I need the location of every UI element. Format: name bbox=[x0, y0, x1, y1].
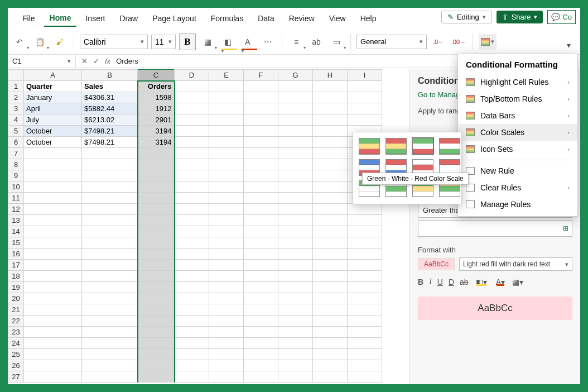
cell-H15[interactable] bbox=[313, 237, 348, 248]
cell-E15[interactable] bbox=[209, 237, 244, 248]
cell-E21[interactable] bbox=[209, 304, 244, 315]
cell-E17[interactable] bbox=[209, 260, 244, 271]
color-scale-swatch-0[interactable] bbox=[359, 138, 380, 155]
cell-G21[interactable] bbox=[278, 304, 313, 315]
cell-H26[interactable] bbox=[313, 360, 348, 371]
cell-I25[interactable] bbox=[348, 349, 382, 360]
column-header-C[interactable]: C bbox=[138, 70, 175, 81]
ribbon-options-button[interactable]: ▾ bbox=[560, 37, 577, 54]
cell-F22[interactable] bbox=[244, 315, 278, 327]
cell-E4[interactable] bbox=[209, 114, 244, 126]
cell-B26[interactable] bbox=[82, 360, 138, 371]
cell-A7[interactable] bbox=[24, 148, 82, 159]
cell-F17[interactable] bbox=[244, 260, 278, 271]
cell-A2[interactable]: January bbox=[24, 92, 82, 103]
cell-E20[interactable] bbox=[209, 293, 244, 304]
cell-A8[interactable] bbox=[24, 159, 82, 170]
cell-E10[interactable] bbox=[209, 181, 244, 193]
cell-A22[interactable] bbox=[24, 315, 82, 327]
cell-A17[interactable] bbox=[24, 260, 82, 271]
tab-view[interactable]: View bbox=[324, 11, 351, 26]
cell-A12[interactable] bbox=[24, 204, 82, 215]
font-color-icon[interactable]: A▾ bbox=[494, 278, 507, 286]
cell-A10[interactable] bbox=[24, 181, 82, 193]
wrap-text-button[interactable]: ab bbox=[308, 34, 325, 50]
cell-C27[interactable] bbox=[138, 371, 175, 383]
cell-I14[interactable] bbox=[348, 226, 382, 237]
cell-B3[interactable]: $5882.44 bbox=[82, 103, 138, 114]
color-scale-swatch-2[interactable] bbox=[412, 138, 433, 155]
cell-F14[interactable] bbox=[244, 226, 278, 237]
row-header-15[interactable]: 15 bbox=[8, 237, 24, 248]
cf-menu-item-data-bars[interactable]: Data Bars› bbox=[458, 107, 577, 124]
cell-C26[interactable] bbox=[138, 360, 175, 371]
tab-review[interactable]: Review bbox=[283, 11, 320, 26]
tab-help[interactable]: Help bbox=[355, 11, 382, 26]
cell-I22[interactable] bbox=[348, 315, 382, 327]
cell-G23[interactable] bbox=[278, 327, 313, 338]
cell-B5[interactable]: $7498.21 bbox=[82, 126, 138, 137]
cell-H25[interactable] bbox=[313, 349, 348, 360]
column-header-I[interactable]: I bbox=[348, 70, 382, 81]
cell-D10[interactable] bbox=[175, 181, 209, 193]
cell-C21[interactable] bbox=[138, 304, 175, 315]
cell-D12[interactable] bbox=[175, 204, 209, 215]
cell-A13[interactable] bbox=[24, 215, 82, 226]
cell-C16[interactable] bbox=[138, 248, 175, 260]
cell-D13[interactable] bbox=[175, 215, 209, 226]
row-header-12[interactable]: 12 bbox=[8, 204, 24, 215]
cell-A9[interactable] bbox=[24, 170, 82, 181]
cell-I17[interactable] bbox=[348, 260, 382, 271]
fill-color-button[interactable]: ◧ bbox=[219, 34, 236, 50]
row-header-1[interactable]: 1 bbox=[8, 81, 24, 92]
cell-B23[interactable] bbox=[82, 327, 138, 338]
cell-G3[interactable] bbox=[278, 103, 313, 114]
font-color-button[interactable]: A bbox=[239, 34, 256, 50]
cell-D20[interactable] bbox=[175, 293, 209, 304]
cell-H16[interactable] bbox=[313, 248, 348, 260]
align-button[interactable]: ≡ bbox=[288, 34, 305, 50]
cf-menu-item-color-scales[interactable]: Color Scales› bbox=[458, 124, 577, 141]
cell-G12[interactable] bbox=[278, 204, 313, 215]
cell-C20[interactable] bbox=[138, 293, 175, 304]
cell-B16[interactable] bbox=[82, 248, 138, 260]
font-size-select[interactable]: 11 ▾ bbox=[151, 35, 176, 49]
cell-A19[interactable] bbox=[24, 282, 82, 293]
cell-B12[interactable] bbox=[82, 204, 138, 215]
cell-H18[interactable] bbox=[313, 271, 348, 282]
increase-decimal-button[interactable]: .00→ bbox=[450, 34, 467, 50]
cell-D23[interactable] bbox=[175, 327, 209, 338]
row-header-11[interactable]: 11 bbox=[8, 193, 24, 204]
cell-C11[interactable] bbox=[138, 193, 175, 204]
row-header-23[interactable]: 23 bbox=[8, 327, 24, 338]
cell-H13[interactable] bbox=[313, 215, 348, 226]
cell-G5[interactable] bbox=[278, 126, 313, 137]
cell-C19[interactable] bbox=[138, 282, 175, 293]
cell-D1[interactable] bbox=[175, 81, 209, 92]
column-header-B[interactable]: B bbox=[82, 70, 138, 81]
row-header-20[interactable]: 20 bbox=[8, 293, 24, 304]
cell-G7[interactable] bbox=[278, 148, 313, 159]
cell-G4[interactable] bbox=[278, 114, 313, 126]
cell-G13[interactable] bbox=[278, 215, 313, 226]
cell-E13[interactable] bbox=[209, 215, 244, 226]
cell-F4[interactable] bbox=[244, 114, 278, 126]
cell-I21[interactable] bbox=[348, 304, 382, 315]
cell-I1[interactable] bbox=[348, 81, 382, 92]
cell-D19[interactable] bbox=[175, 282, 209, 293]
cell-D9[interactable] bbox=[175, 170, 209, 181]
cell-B21[interactable] bbox=[82, 304, 138, 315]
cell-B20[interactable] bbox=[82, 293, 138, 304]
row-header-26[interactable]: 26 bbox=[8, 360, 24, 371]
cell-I23[interactable] bbox=[348, 327, 382, 338]
cell-F7[interactable] bbox=[244, 148, 278, 159]
cell-G18[interactable] bbox=[278, 271, 313, 282]
row-header-24[interactable]: 24 bbox=[8, 338, 24, 349]
cell-A4[interactable]: July bbox=[24, 114, 82, 126]
row-header-21[interactable]: 21 bbox=[8, 304, 24, 315]
cell-E26[interactable] bbox=[209, 360, 244, 371]
tab-data[interactable]: Data bbox=[252, 11, 280, 26]
cell-G20[interactable] bbox=[278, 293, 313, 304]
cell-E12[interactable] bbox=[209, 204, 244, 215]
cell-D3[interactable] bbox=[175, 103, 209, 114]
